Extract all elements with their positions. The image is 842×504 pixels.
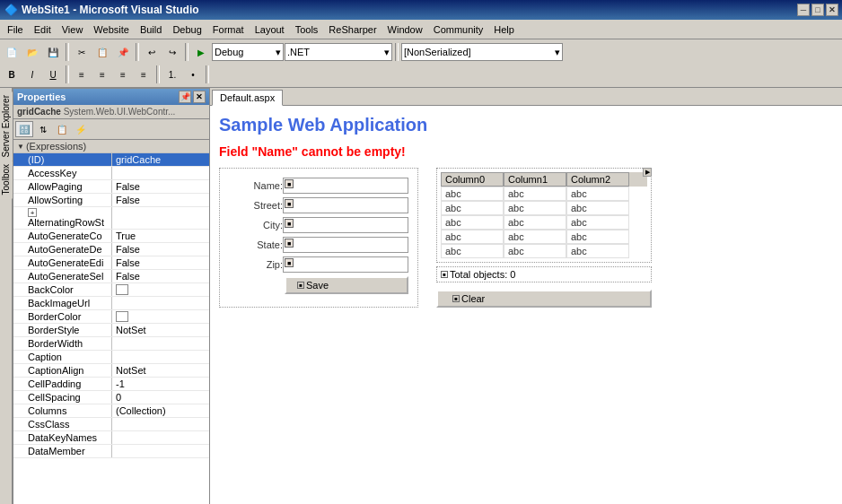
- zip-input[interactable]: [283, 256, 408, 273]
- menu-layout[interactable]: Layout: [250, 22, 290, 37]
- save-all-btn[interactable]: 💾: [43, 43, 63, 61]
- menu-build[interactable]: Build: [135, 22, 167, 37]
- content-area: Default.aspx Sample Web Application Fiel…: [210, 88, 842, 504]
- prop-row-backimageurl[interactable]: BackImageUrl: [13, 297, 209, 310]
- paste-btn[interactable]: 📌: [113, 43, 133, 61]
- prop-name-allowpaging: AllowPaging: [13, 180, 112, 193]
- properties-pin-btn[interactable]: 📌: [179, 91, 191, 103]
- menu-file[interactable]: File: [2, 22, 29, 37]
- menu-website[interactable]: Website: [88, 22, 135, 37]
- italic-btn[interactable]: I: [22, 65, 42, 83]
- bold-btn[interactable]: B: [2, 65, 22, 83]
- city-input[interactable]: [283, 217, 408, 233]
- properties-view-btn[interactable]: 📋: [53, 121, 71, 137]
- prop-row-captionalign[interactable]: CaptionAlign NotSet: [13, 364, 209, 378]
- grid-cell: abc: [504, 230, 566, 244]
- prop-row-autogenerateedi[interactable]: AutoGenerateEdi False: [13, 256, 209, 270]
- sep4: [395, 43, 399, 61]
- sep1: [66, 43, 69, 61]
- run-btn[interactable]: ▶: [191, 43, 211, 61]
- nonserialized-dropdown[interactable]: [NonSerialized] ▾: [401, 43, 563, 61]
- prop-row-bordercolor[interactable]: BorderColor: [13, 310, 209, 324]
- prop-row-caption[interactable]: Caption: [13, 351, 209, 364]
- prop-row-alternating[interactable]: +AlternatingRowSt: [13, 207, 209, 230]
- prop-row-datamember[interactable]: DataMember: [13, 445, 209, 458]
- prop-row-cellpadding[interactable]: CellPadding -1: [13, 378, 209, 391]
- street-input[interactable]: [283, 197, 408, 213]
- grid-top-arrow[interactable]: ▶: [643, 168, 652, 177]
- prop-row-id[interactable]: (ID) gridCache: [13, 153, 209, 167]
- prop-category-expressions[interactable]: ▼ (Expressions): [13, 140, 209, 153]
- net-dropdown[interactable]: .NET ▾: [285, 43, 392, 61]
- prop-row-allowsorting[interactable]: AllowSorting False: [13, 194, 209, 207]
- new-project-btn[interactable]: 📄: [2, 43, 22, 61]
- prop-row-allowpaging[interactable]: AllowPaging False: [13, 180, 209, 194]
- prop-name-autogenerateco: AutoGenerateCo: [13, 230, 112, 242]
- tab-default-aspx[interactable]: Default.aspx: [212, 90, 283, 106]
- copy-btn[interactable]: 📋: [92, 43, 112, 61]
- prop-row-autogenerateco[interactable]: AutoGenerateCo True: [13, 230, 209, 243]
- city-input-icon: ■: [285, 219, 294, 228]
- prop-row-autogeneratede[interactable]: AutoGenerateDe False: [13, 243, 209, 256]
- properties-close-btn[interactable]: ✕: [193, 91, 206, 103]
- ul-btn[interactable]: •: [183, 65, 203, 83]
- table-row: abc abc abc: [441, 215, 647, 230]
- menu-community[interactable]: Community: [428, 22, 489, 37]
- menu-edit[interactable]: Edit: [29, 22, 57, 37]
- prop-name-captionalign: CaptionAlign: [13, 364, 112, 377]
- prop-row-borderstyle[interactable]: BorderStyle NotSet: [13, 324, 209, 337]
- events-view-btn[interactable]: ⚡: [72, 121, 90, 137]
- menu-tools[interactable]: Tools: [290, 22, 324, 37]
- sort-category-btn[interactable]: 🔠: [15, 121, 33, 137]
- save-button[interactable]: ■ Save: [285, 276, 408, 294]
- prop-row-autogeneratesel[interactable]: AutoGenerateSel False: [13, 270, 209, 283]
- menu-window[interactable]: Window: [382, 22, 428, 37]
- server-explorer-tab[interactable]: Server Explorer: [0, 91, 13, 161]
- form-label-city: City:: [229, 220, 283, 230]
- align-left-btn[interactable]: ≡: [72, 65, 92, 83]
- title-bar: 🔷 WebSite1 - Microsoft Visual Studio ─ □…: [0, 0, 842, 20]
- align-right-btn[interactable]: ≡: [113, 65, 133, 83]
- prop-row-accesskey[interactable]: AccessKey: [13, 167, 209, 180]
- menu-format[interactable]: Format: [207, 22, 250, 37]
- align-center-btn[interactable]: ≡: [92, 65, 112, 83]
- table-row: abc abc abc: [441, 244, 647, 258]
- state-input[interactable]: [283, 237, 408, 253]
- open-btn[interactable]: 📂: [22, 43, 42, 61]
- cut-btn[interactable]: ✂: [72, 43, 92, 61]
- minimize-button[interactable]: ─: [797, 4, 810, 16]
- total-icon: ■: [441, 271, 448, 278]
- prop-row-datakeynames[interactable]: DataKeyNames: [13, 431, 209, 445]
- alternating-expand-btn[interactable]: +: [28, 208, 37, 217]
- redo-btn[interactable]: ↪: [162, 43, 182, 61]
- menu-debug[interactable]: Debug: [167, 22, 206, 37]
- ol-btn[interactable]: 1.: [162, 65, 182, 83]
- menu-help[interactable]: Help: [488, 22, 520, 37]
- name-input[interactable]: [283, 178, 408, 194]
- form-input-wrapper-zip: ■: [283, 256, 408, 273]
- debug-dropdown[interactable]: Debug ▾: [212, 43, 284, 61]
- clear-button[interactable]: ■ Clear: [436, 290, 652, 308]
- prop-row-borderwidth[interactable]: BorderWidth: [13, 337, 209, 351]
- sort-alpha-btn[interactable]: ⇅: [34, 121, 52, 137]
- form-label-zip: Zip:: [229, 259, 283, 270]
- prop-row-columns[interactable]: Columns (Collection): [13, 404, 209, 418]
- toolbox-tab[interactable]: Toolbox: [0, 161, 13, 198]
- prop-row-cssclass[interactable]: CssClass: [13, 418, 209, 431]
- properties-scroll[interactable]: ▼ (Expressions) (ID) gridCache AccessKey…: [13, 140, 209, 504]
- form-row-state: State: ■: [229, 237, 408, 253]
- underline-btn[interactable]: U: [43, 65, 63, 83]
- menu-resharper[interactable]: ReSharper: [323, 22, 382, 37]
- properties-title: Properties: [17, 91, 66, 102]
- maximize-button[interactable]: □: [811, 4, 824, 16]
- prop-row-cellspacing[interactable]: CellSpacing 0: [13, 391, 209, 404]
- align-justify-btn[interactable]: ≡: [134, 65, 153, 83]
- sep3: [185, 43, 189, 61]
- prop-row-backcolor[interactable]: BackColor: [13, 283, 209, 297]
- total-label: Total objects: 0: [450, 269, 515, 280]
- undo-btn[interactable]: ↩: [142, 43, 162, 61]
- clear-btn-icon: ■: [452, 295, 460, 302]
- form-row-zip: Zip: ■: [229, 256, 408, 273]
- close-button[interactable]: ✕: [826, 4, 838, 16]
- menu-view[interactable]: View: [57, 22, 89, 37]
